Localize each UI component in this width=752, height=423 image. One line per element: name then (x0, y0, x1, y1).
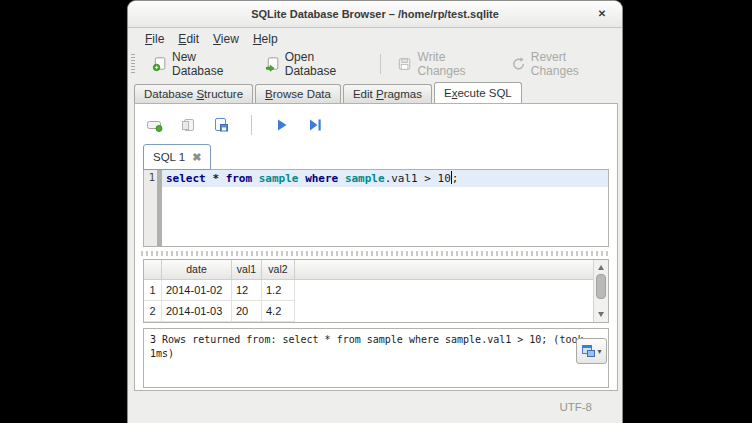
row-number-cell: 1 (144, 280, 162, 301)
table-row[interactable]: 2 2014-01-03 20 4.2 (144, 301, 608, 322)
sql-toolbar-separator (251, 115, 252, 135)
chevron-down-icon: ▾ (597, 347, 601, 356)
column-header-val1[interactable]: val1 (232, 260, 262, 279)
corner-header-cell (144, 260, 162, 279)
execute-sql-panel: SQL 1 ✖ 1 select * from sample where sam… (134, 103, 618, 391)
menu-file[interactable]: File (138, 31, 171, 47)
toolbar-separator (380, 54, 381, 74)
new-database-button[interactable]: New Database (143, 47, 256, 81)
save-sql-file-icon (213, 117, 229, 133)
tab-database-structure[interactable]: Database Structure (134, 84, 253, 103)
column-header-val2[interactable]: val2 (262, 260, 295, 279)
menu-view[interactable]: View (206, 31, 246, 47)
date-cell[interactable]: 2014-01-02 (162, 280, 232, 301)
tab-edit-pragmas[interactable]: Edit Pragmas (343, 84, 432, 103)
write-changes-icon (397, 56, 412, 72)
header-filler (295, 260, 608, 279)
menu-help[interactable]: Help (246, 31, 285, 47)
results-table: date val1 val2 1 2014-01-02 12 1.2 2 201… (143, 259, 609, 323)
row-number-cell: 2 (144, 301, 162, 322)
open-sql-file-icon (180, 117, 196, 133)
sql-editor[interactable]: 1 select * from sample where sample.val1… (143, 169, 609, 247)
line-number: 1 (149, 171, 155, 183)
val2-cell[interactable]: 4.2 (262, 301, 295, 322)
val1-cell[interactable]: 12 (232, 280, 262, 301)
open-database-button[interactable]: Open Database (256, 47, 374, 81)
results-message: 3 Rows returned from: select * from samp… (150, 334, 583, 359)
val1-cell[interactable]: 20 (232, 301, 262, 322)
date-cell[interactable]: 2014-01-03 (162, 301, 232, 322)
sql-toolbar (141, 112, 325, 138)
save-sql-file-button[interactable] (211, 115, 231, 135)
export-results-icon (581, 344, 596, 358)
open-database-icon (265, 56, 280, 72)
menu-edit[interactable]: Edit (171, 31, 206, 47)
open-database-label: Open Database (285, 50, 365, 78)
row-filler (295, 301, 608, 322)
statusbar: UTF-8 (128, 391, 622, 423)
scrollbar-thumb[interactable] (596, 274, 606, 299)
scroll-down-icon[interactable] (598, 312, 604, 317)
write-changes-label: Write Changes (418, 50, 493, 78)
execute-current-line-icon (307, 118, 323, 132)
new-database-icon (152, 56, 167, 72)
tab-execute-sql[interactable]: Execute SQL (434, 82, 522, 103)
sql1-tab-label: SQL 1 (153, 151, 185, 163)
write-changes-button[interactable]: Write Changes (388, 47, 501, 81)
scroll-up-icon[interactable] (598, 265, 604, 270)
titlebar[interactable]: SQLite Database Browser – /home/rp/test.… (128, 1, 622, 28)
app-window: SQLite Database Browser – /home/rp/test.… (127, 0, 623, 423)
export-results-button[interactable]: ▾ (576, 338, 607, 364)
table-row[interactable]: 1 2014-01-02 12 1.2 (144, 280, 608, 301)
sql1-tab-close-icon[interactable]: ✖ (192, 151, 201, 164)
revert-changes-label: Revert Changes (531, 50, 613, 78)
val2-cell[interactable]: 1.2 (262, 280, 295, 301)
sql1-tab[interactable]: SQL 1 ✖ (143, 144, 211, 170)
window-title: SQLite Database Browser – /home/rp/test.… (128, 1, 622, 27)
encoding-label: UTF-8 (559, 401, 592, 413)
results-scrollbar[interactable] (593, 260, 608, 322)
results-table-header: date val1 val2 (144, 260, 608, 280)
row-filler (295, 280, 608, 301)
main-tabbar: Database Structure Browse Data Edit Prag… (134, 82, 616, 103)
toolbar-grip[interactable] (131, 54, 135, 74)
new-database-label: New Database (172, 50, 247, 78)
tab-browse-data[interactable]: Browse Data (255, 84, 341, 103)
sql-statement-line: select * from sample where sample.val1 >… (162, 170, 608, 187)
editor-line-number-gutter: 1 (144, 170, 157, 246)
close-icon[interactable]: ✕ (594, 6, 610, 22)
results-message-box[interactable]: 3 Rows returned from: select * from samp… (143, 328, 609, 388)
open-sql-file-button[interactable] (178, 115, 198, 135)
main-toolbar: New Database Open Database Write Changes… (128, 50, 622, 77)
execute-sql-icon (275, 118, 289, 132)
revert-changes-button[interactable]: Revert Changes (502, 47, 622, 81)
editor-text-area[interactable]: select * from sample where sample.val1 >… (162, 170, 608, 246)
column-header-date[interactable]: date (162, 260, 232, 279)
new-sql-tab-icon (146, 117, 164, 133)
splitter-handle[interactable] (141, 251, 611, 256)
execute-current-line-button[interactable] (305, 115, 325, 135)
new-sql-tab-button[interactable] (145, 115, 165, 135)
revert-changes-icon (511, 56, 526, 72)
execute-sql-button[interactable] (272, 115, 292, 135)
